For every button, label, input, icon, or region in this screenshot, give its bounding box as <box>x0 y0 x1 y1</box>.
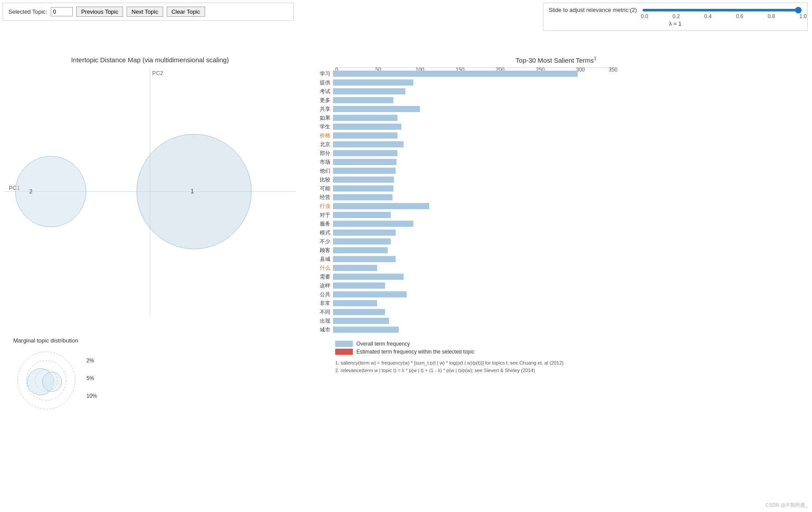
bar-row: 非常 <box>309 299 803 307</box>
right-panel: Top-30 Most Salient Terms1 0 50 100 150 … <box>300 52 812 422</box>
bar-row: 如果 <box>309 114 803 122</box>
tick-06: 0.6 <box>736 13 744 19</box>
bar-freq <box>333 221 413 227</box>
bar-outer <box>333 185 614 192</box>
bar-label: 这样 <box>309 282 333 290</box>
slider-section: Slide to adjust relevance metric:(2) 0.0… <box>543 3 808 31</box>
bar-label: 不少 <box>309 238 333 245</box>
bar-freq <box>333 300 377 306</box>
bar-outer <box>333 177 614 183</box>
bar-freq <box>333 291 407 297</box>
bar-row: 行业 <box>309 202 803 210</box>
bar-row: 不少 <box>309 237 803 245</box>
bar-row: 县城 <box>309 255 803 263</box>
bar-outer <box>333 159 614 165</box>
legend-freq-color <box>335 341 353 347</box>
pc2-axis-label: PC2 <box>152 70 163 76</box>
bar-freq <box>333 159 397 165</box>
bar-label: 如果 <box>309 114 333 122</box>
bar-outer <box>333 106 614 112</box>
bar-freq <box>333 132 397 139</box>
bar-label: 行业 <box>309 203 333 210</box>
bar-row: 这样 <box>309 282 803 290</box>
bar-outer <box>333 212 614 218</box>
toolbar: Selected Topic: Previous Topic Next Topi… <box>3 3 294 21</box>
bar-label: 可能 <box>309 185 333 192</box>
bar-freq <box>333 106 420 112</box>
bar-label: 模式 <box>309 229 333 237</box>
bar-outer <box>333 291 614 297</box>
bar-outer <box>333 88 614 94</box>
bar-outer <box>333 247 614 253</box>
selected-topic-label: Selected Topic: <box>8 8 47 15</box>
bar-freq <box>333 274 404 280</box>
bar-label: 学习 <box>309 70 333 78</box>
bar-freq <box>333 150 397 156</box>
bar-outer <box>333 309 614 315</box>
bar-outer <box>333 221 614 227</box>
intertopic-map-svg: PC2 PC1 1 2 <box>4 68 296 324</box>
tick-08: 0.8 <box>767 13 775 19</box>
bar-label: 城市 <box>309 326 333 334</box>
bar-freq <box>333 97 393 103</box>
bar-freq <box>333 256 396 262</box>
bar-row: 价格 <box>309 132 803 139</box>
bar-outer <box>333 150 614 156</box>
bar-outer <box>333 274 614 280</box>
bar-label: 服务 <box>309 220 333 228</box>
watermark: CSDN @不期而遇_ <box>765 502 808 508</box>
bar-freq <box>333 327 399 333</box>
bar-outer <box>333 203 614 209</box>
bar-label: 需要 <box>309 273 333 281</box>
bar-freq <box>333 309 385 315</box>
lambda-label: λ = 1 <box>669 20 682 27</box>
legend-freq-label: Overall term frequency <box>356 341 410 347</box>
clear-topic-button[interactable]: Clear Topic <box>167 7 205 17</box>
bar-row: 北京 <box>309 140 803 148</box>
bar-row: 他们 <box>309 167 803 175</box>
bar-row: 对于 <box>309 211 803 219</box>
bar-label: 市场 <box>309 158 333 166</box>
topic-input[interactable] <box>51 7 73 16</box>
map-title: Intertopic Distance Map (via multidimens… <box>4 56 296 64</box>
left-panel: Intertopic Distance Map (via multidimens… <box>0 52 300 422</box>
legend: Overall term frequency Estimated term fr… <box>335 341 803 355</box>
prev-topic-button[interactable]: Previous Topic <box>76 7 123 17</box>
topic-circle-2[interactable] <box>15 156 86 227</box>
bar-row: 什么 <box>309 264 803 272</box>
bar-row: 部分 <box>309 149 803 157</box>
topic-circle-1[interactable] <box>137 134 251 249</box>
bar-freq <box>333 282 385 289</box>
bar-row: 需要 <box>309 273 803 281</box>
bar-freq <box>333 318 389 324</box>
bar-label: 对于 <box>309 211 333 219</box>
bar-label: 顾客 <box>309 247 333 254</box>
bar-label: 比较 <box>309 176 333 184</box>
bar-outer <box>333 115 614 121</box>
bar-freq <box>333 265 377 271</box>
bar-outer <box>333 71 614 77</box>
tick-02: 0.2 <box>673 13 680 19</box>
bar-freq <box>333 238 391 245</box>
bars-area: 学习提供考试更多共享如果学生价格北京部分市场他们比较可能经营行业对于服务模式不少… <box>309 70 803 334</box>
bar-row: 提供 <box>309 79 803 87</box>
bar-row: 市场 <box>309 158 803 166</box>
bar-outer <box>333 194 614 200</box>
bar-freq <box>333 194 393 200</box>
tick-10: 1.0 <box>799 13 807 19</box>
bar-outer <box>333 141 614 147</box>
bar-label: 价格 <box>309 132 333 139</box>
bar-freq <box>333 212 391 218</box>
bar-outer <box>333 124 614 130</box>
bar-row: 比较 <box>309 176 803 184</box>
bar-freq <box>333 185 393 192</box>
bar-freq <box>333 168 396 174</box>
bar-freq <box>333 141 404 147</box>
relevance-slider[interactable] <box>642 9 802 11</box>
bar-label: 县城 <box>309 256 333 263</box>
next-topic-button[interactable]: Next Topic <box>127 7 163 17</box>
chart-title: Top-30 Most Salient Terms1 <box>309 56 803 64</box>
footnotes: 1. saliency(term w) = frequency(w) * [su… <box>335 359 803 374</box>
bar-row: 不同 <box>309 308 803 316</box>
bar-row: 出现 <box>309 317 803 325</box>
